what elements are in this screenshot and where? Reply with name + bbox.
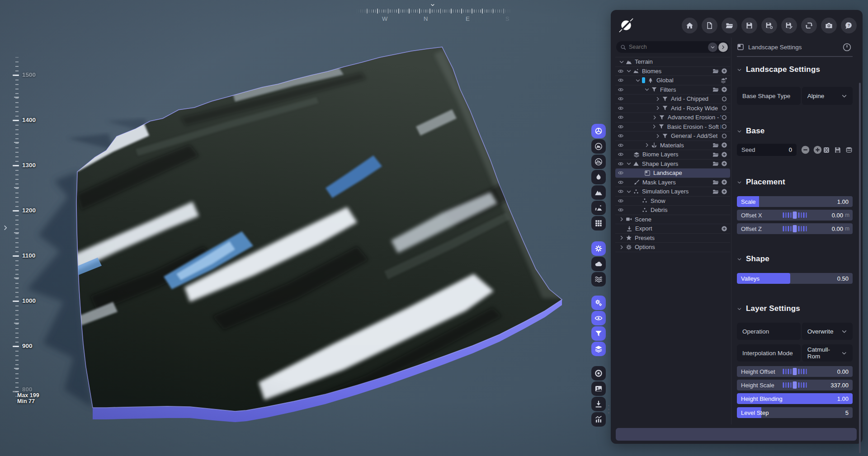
chevron-down-icon[interactable] bbox=[626, 161, 632, 166]
eye-icon[interactable] bbox=[617, 198, 624, 204]
biome-mode-button[interactable] bbox=[591, 139, 606, 154]
tree-item-scene[interactable]: Scene bbox=[615, 215, 730, 225]
terrain-mode-button[interactable] bbox=[591, 124, 606, 138]
interpolation-select[interactable]: Catmull-Rom bbox=[802, 344, 853, 362]
eye-icon[interactable] bbox=[617, 170, 624, 176]
add-icon[interactable] bbox=[721, 179, 727, 185]
chevron-right-icon[interactable] bbox=[619, 216, 624, 222]
search-next-button[interactable] bbox=[718, 42, 728, 52]
tree-item-biome-layers[interactable]: Biome Layers bbox=[615, 150, 730, 160]
base-shape-type-select[interactable]: Alpine bbox=[802, 87, 853, 105]
add-icon[interactable] bbox=[721, 226, 727, 232]
chevron-right-icon[interactable] bbox=[619, 235, 624, 240]
folder-icon[interactable] bbox=[712, 86, 719, 93]
chevron-right-icon[interactable] bbox=[655, 96, 660, 102]
offset-x-scrubber[interactable]: Offset X 0.00 m bbox=[737, 210, 853, 221]
tree-item-landscape[interactable]: Landscape bbox=[615, 169, 730, 178]
offset-z-scrubber[interactable]: Offset Z 0.00 m bbox=[737, 223, 853, 234]
add-layer-icon[interactable] bbox=[720, 77, 727, 84]
compass-bar[interactable]: W N E S bbox=[356, 2, 512, 23]
save-as-button[interactable] bbox=[761, 18, 777, 33]
tree-item-filter[interactable]: Basic Erosion - Soft Flo bbox=[615, 122, 730, 132]
folder-icon[interactable] bbox=[712, 68, 719, 74]
height-scale-scrubber[interactable]: Height Scale 337.00 bbox=[737, 380, 853, 390]
save-rename-button[interactable] bbox=[781, 18, 797, 33]
automation-toggle-button[interactable] bbox=[591, 296, 606, 310]
eye-icon[interactable] bbox=[617, 124, 624, 130]
folder-icon[interactable] bbox=[712, 179, 719, 185]
randomize-dice-icon[interactable] bbox=[823, 146, 830, 154]
add-icon[interactable] bbox=[721, 160, 727, 167]
refresh-icon[interactable] bbox=[721, 105, 727, 111]
add-icon[interactable] bbox=[721, 68, 727, 74]
level-step-slider[interactable]: Level Step 5 bbox=[737, 407, 853, 418]
chevron-right-icon[interactable] bbox=[651, 124, 657, 129]
screenshot-button[interactable] bbox=[821, 18, 837, 33]
tree-item-filter[interactable]: Advanced Erosion - Wi bbox=[615, 113, 730, 122]
seed-input[interactable]: Seed 0 bbox=[737, 144, 797, 156]
export-button[interactable] bbox=[591, 397, 606, 411]
scale-slider[interactable]: Scale 1.00 bbox=[737, 196, 853, 207]
search-bar[interactable] bbox=[616, 41, 729, 53]
section-layer-settings[interactable]: Layer Settings bbox=[737, 304, 853, 313]
eye-icon[interactable] bbox=[617, 188, 624, 194]
eye-icon[interactable] bbox=[617, 68, 624, 74]
eye-icon[interactable] bbox=[617, 87, 624, 93]
eye-icon[interactable] bbox=[617, 114, 624, 120]
record-button[interactable] bbox=[591, 366, 606, 381]
folder-icon[interactable] bbox=[712, 160, 719, 167]
chevron-right-icon[interactable] bbox=[644, 142, 650, 148]
chevron-down-icon[interactable] bbox=[635, 78, 641, 83]
eye-icon[interactable] bbox=[617, 161, 624, 167]
operation-select[interactable]: Overwrite bbox=[802, 323, 853, 340]
panel-collapse-chevron-icon[interactable] bbox=[2, 224, 9, 232]
environment-mode-button[interactable] bbox=[591, 201, 606, 215]
home-button[interactable] bbox=[682, 18, 698, 33]
tree-item-options[interactable]: Options bbox=[615, 243, 730, 252]
seed-decrement-button[interactable] bbox=[801, 145, 810, 155]
tree-item-snow[interactable]: Snow bbox=[615, 197, 730, 206]
add-icon[interactable] bbox=[721, 86, 727, 93]
eye-icon[interactable] bbox=[617, 151, 624, 157]
water-toggle-button[interactable] bbox=[591, 272, 606, 287]
tree-item-presets[interactable]: Presets bbox=[615, 234, 730, 243]
chevron-down-icon[interactable] bbox=[644, 87, 650, 92]
save-button[interactable] bbox=[741, 18, 757, 33]
section-landscape-settings[interactable]: Landscape Settings bbox=[737, 65, 853, 74]
mountain-mode-button[interactable] bbox=[591, 185, 606, 200]
settings-toggle-button[interactable] bbox=[591, 241, 606, 256]
refresh-icon[interactable] bbox=[721, 114, 727, 121]
tree-item-filter[interactable]: Arid - Chipped bbox=[615, 94, 730, 104]
eye-icon[interactable] bbox=[617, 133, 624, 139]
filter-toggle-button[interactable] bbox=[591, 326, 606, 341]
chevron-down-icon[interactable] bbox=[619, 59, 624, 65]
tree-item-materials[interactable]: Materials bbox=[615, 141, 730, 150]
grid-mode-button[interactable] bbox=[591, 216, 606, 230]
section-shape[interactable]: Shape bbox=[737, 254, 853, 263]
tree-item-filter[interactable]: General - Add/Set bbox=[615, 132, 730, 141]
refresh-icon[interactable] bbox=[721, 123, 727, 130]
add-icon[interactable] bbox=[721, 151, 727, 158]
save-preset-icon[interactable] bbox=[834, 146, 841, 154]
settings-scrollbar[interactable] bbox=[859, 83, 861, 453]
layers-toggle-button[interactable] bbox=[591, 342, 606, 356]
section-placement[interactable]: Placement bbox=[737, 178, 853, 187]
chevron-right-icon[interactable] bbox=[619, 244, 624, 250]
tree-item-terrain[interactable]: Terrain bbox=[615, 57, 730, 67]
panel-resize-handle[interactable] bbox=[608, 405, 609, 414]
eye-icon[interactable] bbox=[617, 77, 624, 83]
valleys-slider[interactable]: Valleys 0.50 bbox=[737, 273, 853, 284]
tree-item-filters[interactable]: Filters bbox=[615, 85, 730, 95]
preset-stack-icon[interactable] bbox=[845, 146, 853, 154]
eye-icon[interactable] bbox=[617, 105, 624, 111]
tree-item-filter[interactable]: Arid - Rocky Wide bbox=[615, 104, 730, 113]
folder-icon[interactable] bbox=[712, 151, 719, 158]
search-collapse-button[interactable] bbox=[708, 42, 717, 52]
visibility-toggle-button[interactable] bbox=[591, 311, 606, 325]
snapshot-button[interactable] bbox=[591, 381, 606, 396]
fluid-mode-button[interactable] bbox=[591, 170, 606, 184]
tree-item-debris[interactable]: Debris bbox=[615, 206, 730, 215]
tree-item-biomes[interactable]: Biomes bbox=[615, 67, 730, 76]
stats-button[interactable] bbox=[591, 412, 606, 427]
tree-item-export[interactable]: Export bbox=[615, 224, 730, 234]
